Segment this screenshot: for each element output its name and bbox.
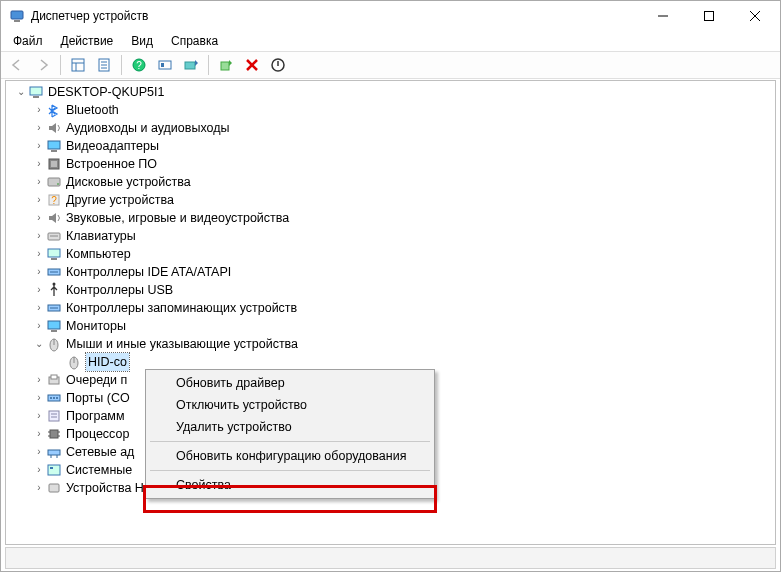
tree-category[interactable]: Дисковые устройства [8, 173, 775, 191]
ctx-disable-device[interactable]: Отключить устройство [148, 394, 432, 416]
tree-category[interactable]: Контроллеры IDE ATA/ATAPI [8, 263, 775, 281]
tree-category[interactable]: Контроллеры USB [8, 281, 775, 299]
expand-icon[interactable] [32, 443, 46, 461]
expand-icon[interactable] [32, 281, 46, 299]
ctx-update-driver[interactable]: Обновить драйвер [148, 372, 432, 394]
svg-rect-17 [185, 62, 195, 69]
expand-icon[interactable] [32, 101, 46, 119]
tree-category[interactable]: Мониторы [8, 317, 775, 335]
category-label: Клавиатуры [66, 227, 136, 245]
expand-icon[interactable] [32, 137, 46, 155]
svg-point-29 [57, 183, 59, 185]
device-manager-icon [9, 8, 25, 24]
back-button[interactable] [5, 54, 29, 76]
tree-category[interactable]: Встроенное ПО [8, 155, 775, 173]
expand-icon[interactable] [32, 191, 46, 209]
update-driver-button[interactable] [179, 54, 203, 76]
svg-text:?: ? [51, 195, 57, 206]
svg-rect-18 [221, 62, 229, 70]
category-icon [46, 102, 62, 118]
toolbar-separator [121, 55, 122, 75]
svg-rect-23 [33, 96, 39, 98]
tree-root-label: DESKTOP-QKUP5I1 [48, 83, 164, 101]
menu-view[interactable]: Вид [123, 32, 161, 50]
svg-rect-6 [72, 59, 84, 71]
svg-rect-22 [30, 87, 42, 95]
category-icon [46, 264, 62, 280]
ctx-separator [150, 441, 430, 442]
category-label: Порты (CO [66, 389, 130, 407]
collapse-icon[interactable] [32, 335, 46, 353]
expand-icon[interactable] [32, 461, 46, 479]
expand-icon[interactable] [14, 83, 28, 101]
svg-rect-34 [48, 249, 60, 257]
expand-icon[interactable] [32, 317, 46, 335]
category-icon [46, 318, 62, 334]
tree-category[interactable]: Видеоадаптеры [8, 137, 775, 155]
svg-rect-53 [49, 411, 59, 421]
menu-action[interactable]: Действие [53, 32, 122, 50]
tree-category[interactable]: ?Другие устройства [8, 191, 775, 209]
expand-icon[interactable] [32, 407, 46, 425]
tree-category[interactable]: Контроллеры запоминающих устройств [8, 299, 775, 317]
expand-icon[interactable] [32, 227, 46, 245]
expand-icon[interactable] [32, 299, 46, 317]
minimize-button[interactable] [640, 1, 686, 31]
expand-icon[interactable] [32, 263, 46, 281]
expand-icon[interactable] [32, 119, 46, 137]
svg-point-50 [50, 397, 52, 399]
category-icon [46, 390, 62, 406]
expand-icon[interactable] [32, 173, 46, 191]
category-label: Bluetooth [66, 101, 119, 119]
ctx-separator [150, 470, 430, 471]
maximize-button[interactable] [686, 1, 732, 31]
ctx-scan-hardware[interactable]: Обновить конфигурацию оборудования [148, 445, 432, 467]
svg-rect-61 [48, 450, 60, 455]
category-label: Встроенное ПО [66, 155, 157, 173]
computer-icon [28, 84, 44, 100]
disable-device-button[interactable] [266, 54, 290, 76]
svg-rect-15 [159, 61, 171, 69]
svg-rect-48 [51, 375, 57, 379]
menu-help[interactable]: Справка [163, 32, 226, 50]
expand-icon[interactable] [32, 155, 46, 173]
svg-rect-1 [14, 20, 20, 22]
scan-hardware-button[interactable] [153, 54, 177, 76]
close-button[interactable] [732, 1, 778, 31]
category-icon [46, 336, 62, 352]
expand-icon[interactable] [32, 425, 46, 443]
help-button[interactable]: ? [127, 54, 151, 76]
svg-rect-65 [50, 467, 53, 469]
expand-icon[interactable] [32, 371, 46, 389]
ctx-uninstall-device[interactable]: Удалить устройство [148, 416, 432, 438]
ctx-properties[interactable]: Свойства [148, 474, 432, 496]
category-icon [46, 408, 62, 424]
svg-rect-66 [49, 484, 59, 492]
tree-category[interactable]: Клавиатуры [8, 227, 775, 245]
forward-button[interactable] [31, 54, 55, 76]
category-label: Мыши и иные указывающие устройства [66, 335, 298, 353]
svg-rect-56 [50, 430, 58, 438]
mouse-icon [66, 354, 82, 370]
tree-category[interactable]: Компьютер [8, 245, 775, 263]
tree-category[interactable]: Звуковые, игровые и видеоустройства [8, 209, 775, 227]
category-label: Очереди п [66, 371, 127, 389]
expand-icon[interactable] [32, 209, 46, 227]
svg-point-51 [53, 397, 55, 399]
category-icon [46, 300, 62, 316]
tree-category[interactable]: Bluetooth [8, 101, 775, 119]
expand-icon[interactable] [32, 389, 46, 407]
show-hide-tree-button[interactable] [66, 54, 90, 76]
tree-category[interactable]: Аудиовходы и аудиовыходы [8, 119, 775, 137]
category-label: Контроллеры запоминающих устройств [66, 299, 297, 317]
context-menu: Обновить драйвер Отключить устройство Уд… [145, 369, 435, 499]
properties-button[interactable] [92, 54, 116, 76]
category-icon [46, 138, 62, 154]
enable-device-button[interactable] [214, 54, 238, 76]
expand-icon[interactable] [32, 479, 46, 497]
uninstall-device-button[interactable] [240, 54, 264, 76]
menu-file[interactable]: Файл [5, 32, 51, 50]
expand-icon[interactable] [32, 245, 46, 263]
tree-root[interactable]: DESKTOP-QKUP5I1 [8, 83, 775, 101]
tree-category[interactable]: Мыши и иные указывающие устройства [8, 335, 775, 353]
